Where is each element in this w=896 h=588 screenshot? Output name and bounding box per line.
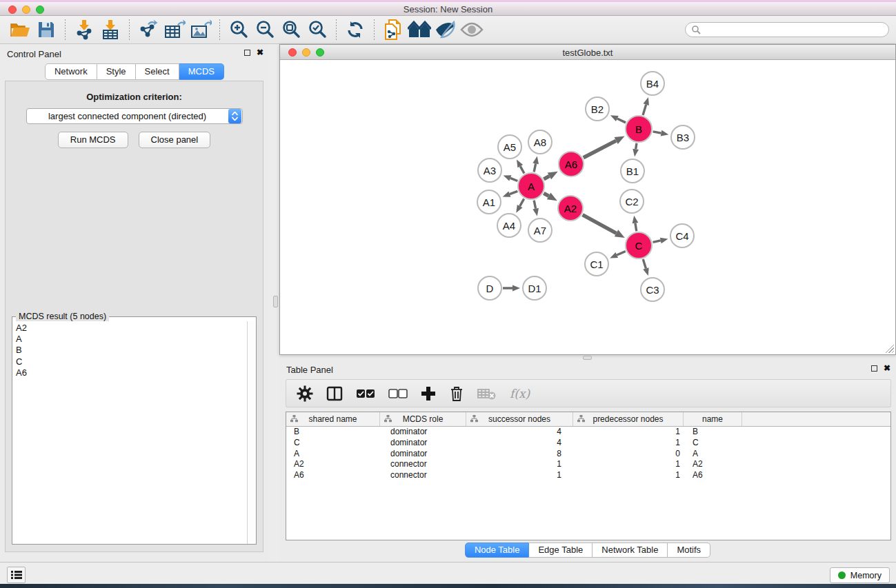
mcds-result-item[interactable]: A [13, 334, 246, 345]
tab-select[interactable]: Select [136, 63, 179, 80]
houses-icon[interactable] [406, 18, 432, 41]
tab-node-table[interactable]: Node Table [465, 543, 530, 558]
table-row[interactable]: Bdominator41B [286, 427, 890, 438]
network-node-a3[interactable]: A3 [477, 158, 502, 183]
close-table-panel-icon[interactable]: ✖ [884, 365, 890, 372]
open-session-icon[interactable] [7, 18, 33, 41]
tab-style[interactable]: Style [97, 63, 136, 80]
network-window-titlebar[interactable]: testGlobe.txt [280, 45, 895, 60]
mcds-result-item[interactable]: A6 [13, 367, 246, 378]
import-network-icon[interactable] [71, 18, 97, 41]
tab-mcds[interactable]: MCDS [179, 63, 224, 80]
zoom-in-icon[interactable] [226, 18, 252, 41]
vertical-divider-handle[interactable] [273, 296, 278, 307]
select-all-icon[interactable] [356, 389, 375, 398]
graphics-details-icon[interactable] [432, 18, 459, 41]
table-cell: B [286, 427, 380, 438]
search-field[interactable] [685, 22, 889, 37]
mcds-result-item[interactable]: B [13, 345, 246, 356]
table-panel: Table Panel ✖ [279, 360, 896, 562]
network-node-d[interactable]: D [477, 276, 502, 301]
optimization-criterion-label: Optimization criterion: [6, 92, 263, 102]
new-network-from-selection-icon[interactable] [380, 18, 406, 41]
show-column-icon[interactable] [326, 385, 343, 402]
table-row[interactable]: A2connector11A2 [286, 459, 890, 470]
network-node-a[interactable]: A [517, 172, 545, 200]
network-node-a1[interactable]: A1 [477, 190, 501, 214]
network-node-d1[interactable]: D1 [522, 276, 547, 301]
network-node-b1[interactable]: B1 [620, 159, 645, 183]
delete-column-icon[interactable] [449, 385, 464, 402]
mcds-result-title: MCDS result (5 nodes) [16, 312, 109, 321]
network-node-b2[interactable]: B2 [585, 97, 610, 121]
network-node-c[interactable]: C [625, 232, 653, 259]
network-node-c2[interactable]: C2 [619, 189, 644, 214]
control-panel: Control Panel ✖ NetworkStyleSelectMCDS O… [0, 44, 269, 562]
search-input[interactable] [704, 25, 883, 34]
mcds-result-item[interactable]: C [13, 356, 246, 367]
export-image-icon[interactable] [188, 18, 214, 41]
save-session-icon[interactable] [33, 18, 59, 41]
memory-label: Memory [850, 571, 882, 580]
table-cell: connector [380, 459, 466, 470]
network-node-c4[interactable]: C4 [670, 223, 695, 248]
refresh-icon[interactable] [342, 18, 368, 41]
criterion-value: largest connected component (directed) [27, 111, 228, 121]
search-icon [691, 25, 701, 34]
tab-network[interactable]: Network [45, 63, 97, 80]
table-row[interactable]: Cdominator41C [286, 438, 890, 449]
table-settings-gear-icon[interactable] [297, 385, 313, 402]
memory-button[interactable]: Memory [830, 567, 890, 583]
deselect-all-icon[interactable] [388, 389, 408, 398]
close-panel-button[interactable]: Close panel [139, 132, 211, 148]
toolbar-separator [374, 19, 375, 40]
dropdown-stepper-icon [228, 109, 241, 123]
tab-network-table[interactable]: Network Table [593, 543, 668, 558]
task-history-button[interactable] [7, 567, 26, 583]
table-row[interactable]: A6connector11A6 [286, 470, 890, 481]
column-header-successor-nodes[interactable]: successor nodes [466, 412, 573, 426]
network-node-b[interactable]: B [625, 115, 653, 143]
network-node-b4[interactable]: B4 [640, 71, 665, 96]
network-node-c3[interactable]: C3 [640, 277, 665, 302]
add-column-icon[interactable] [421, 386, 436, 401]
node-table: shared nameMCDS rolesuccessor nodesprede… [286, 412, 891, 540]
export-network-icon[interactable] [135, 18, 161, 41]
export-table-icon[interactable] [161, 18, 188, 41]
tab-edge-table[interactable]: Edge Table [529, 543, 593, 558]
import-table-icon[interactable] [97, 18, 123, 41]
network-node-c1[interactable]: C1 [584, 252, 609, 276]
mcds-result-item[interactable]: A2 [13, 323, 246, 334]
table-cell: 4 [466, 438, 573, 449]
table-cell: A2 [286, 459, 380, 470]
network-node-a5[interactable]: A5 [497, 134, 522, 159]
network-node-a7[interactable]: A7 [528, 218, 552, 243]
table-cell: A6 [286, 470, 380, 481]
zoom-fit-icon[interactable] [278, 18, 304, 41]
criterion-dropdown[interactable]: largest connected component (directed) [26, 108, 243, 124]
control-panel-tabs: NetworkStyleSelectMCDS [0, 63, 269, 80]
network-node-a8[interactable]: A8 [528, 130, 552, 154]
network-node-a2[interactable]: A2 [557, 195, 584, 221]
result-scrollbar[interactable] [247, 321, 256, 544]
column-header-name[interactable]: name [684, 412, 742, 426]
column-header-predecessor-nodes[interactable]: predecessor nodes [573, 412, 684, 426]
table-row[interactable]: Adominator80A [286, 449, 890, 460]
toolbar-separator [129, 19, 130, 40]
run-mcds-button[interactable]: Run MCDS [58, 132, 128, 148]
zoom-out-icon[interactable] [252, 18, 278, 41]
tab-motifs[interactable]: Motifs [668, 543, 710, 558]
network-node-a6[interactable]: A6 [558, 151, 584, 177]
mcds-panel: Optimization criterion: largest connecte… [5, 81, 263, 552]
float-table-panel-icon[interactable] [871, 365, 877, 372]
column-header-shared-name[interactable]: shared name [286, 412, 380, 426]
network-canvas[interactable]: B4B2BB3B1A5A8A6A3AA1A2C2A4A7C4CC1C3DD1 [280, 60, 895, 354]
network-node-a4[interactable]: A4 [497, 213, 521, 238]
close-panel-icon[interactable]: ✖ [257, 49, 263, 56]
zoom-selected-icon[interactable] [304, 18, 330, 41]
table-panel-tabs: Node TableEdge TableNetwork TableMotifs [279, 543, 896, 558]
network-node-b3[interactable]: B3 [670, 125, 695, 150]
table-cell: A6 [684, 470, 742, 481]
column-header-mcds-role[interactable]: MCDS role [380, 412, 466, 426]
float-panel-icon[interactable] [244, 50, 250, 56]
